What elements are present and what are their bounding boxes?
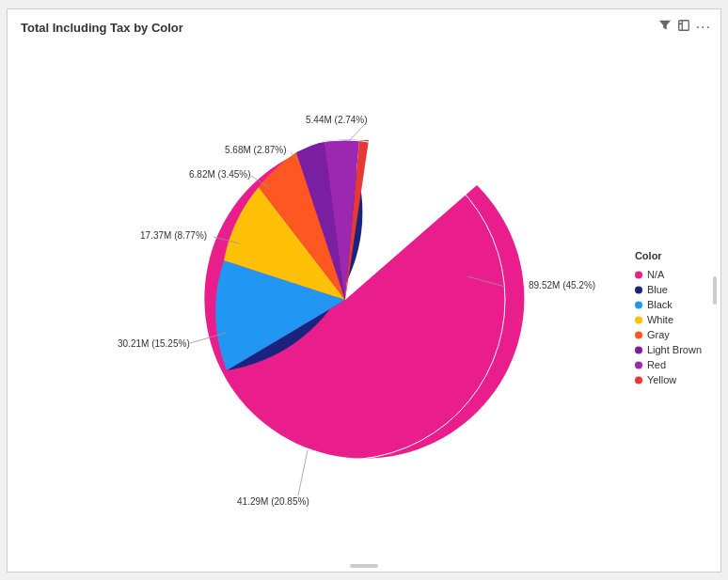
chart-title: Total Including Tax by Color (21, 21, 183, 35)
label-black: 30.21M (15.25%) (118, 338, 190, 349)
legend-dot-red (635, 361, 642, 368)
legend-dot-gray (635, 331, 642, 338)
legend-item-na: N/A (635, 269, 702, 280)
legend-dot-na (635, 271, 642, 278)
legend-label-black: Black (647, 299, 673, 310)
legend-item-gray: Gray (635, 329, 702, 340)
line-red (349, 125, 364, 141)
legend: Color N/A Blue Black White Gray (635, 250, 702, 385)
chart-area: 89.52M (45.2%) 41.29M (20.85%) 30.21M (1… (8, 47, 720, 562)
label-white: 17.37M (8.77%) (140, 230, 207, 241)
label-gray: 6.82M (3.45%) (189, 169, 251, 180)
legend-item-black: Black (635, 299, 702, 310)
expand-icon[interactable] (677, 19, 690, 35)
label-na: 89.52M (45.2%) (529, 280, 595, 290)
svg-rect-0 (678, 21, 688, 31)
legend-label-lightbrown: Light Brown (647, 344, 702, 355)
legend-dot-lightbrown (635, 346, 642, 353)
label-red: 5.44M (2.74%) (306, 115, 368, 125)
legend-item-yellow: Yellow (635, 374, 702, 385)
legend-label-gray: Gray (647, 329, 670, 340)
legend-dot-blue (635, 286, 642, 293)
legend-label-na: N/A (647, 269, 664, 280)
pie-chart-svg: 89.52M (45.2%) 41.29M (20.85%) 30.21M (1… (101, 55, 627, 554)
legend-label-blue: Blue (647, 284, 668, 295)
legend-label-red: Red (647, 359, 666, 370)
chart-container: Total Including Tax by Color ··· (7, 8, 721, 572)
legend-dot-yellow (635, 376, 642, 384)
legend-title: Color (635, 250, 702, 261)
label-lightbrown: 5.68M (2.87%) (225, 145, 287, 155)
legend-item-red: Red (635, 359, 702, 370)
resize-handle-right[interactable] (713, 276, 717, 305)
filter-icon[interactable] (658, 19, 672, 35)
toolbar: ··· (658, 19, 711, 36)
legend-dot-black (635, 301, 642, 308)
label-blue: 41.29M (20.85%) (237, 496, 309, 507)
legend-item-blue: Blue (635, 284, 702, 295)
legend-label-yellow: Yellow (647, 374, 676, 385)
resize-handle-bottom[interactable] (350, 564, 378, 568)
legend-dot-white (635, 316, 642, 323)
more-options-icon[interactable]: ··· (696, 19, 711, 36)
line-blue (298, 450, 308, 495)
legend-label-white: White (647, 314, 673, 325)
legend-item-white: White (635, 314, 702, 325)
legend-item-lightbrown: Light Brown (635, 344, 702, 355)
